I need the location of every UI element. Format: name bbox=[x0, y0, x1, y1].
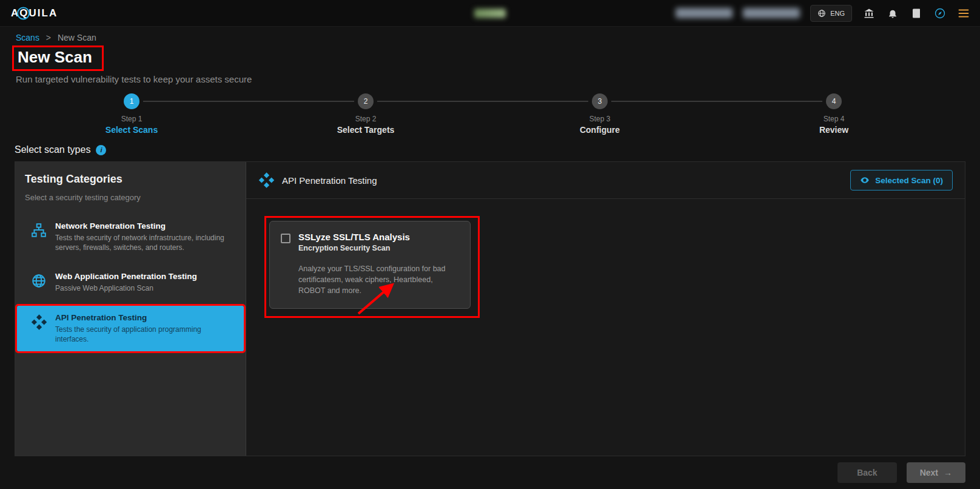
step-circle: 1 bbox=[124, 93, 139, 109]
arrow-right-icon: → bbox=[944, 468, 952, 477]
hamburger-menu-icon[interactable] bbox=[957, 7, 970, 20]
compass-icon[interactable] bbox=[933, 7, 947, 20]
step-label: Step 2 bbox=[249, 115, 483, 123]
title-annotation-box: New Scan bbox=[12, 46, 104, 71]
step-label: Step 1 bbox=[15, 115, 249, 123]
wizard-footer-actions: Back Next → bbox=[837, 462, 965, 483]
scan-panel-body: SSLyze SSL/TLS Analysis Encryption Secur… bbox=[246, 199, 965, 456]
docs-book-icon[interactable] bbox=[910, 7, 923, 20]
step-circle: 3 bbox=[592, 93, 608, 109]
redacted-center-badge bbox=[474, 8, 506, 18]
info-icon[interactable]: i bbox=[96, 145, 106, 155]
step-name: Configure bbox=[483, 125, 717, 135]
page-title: New Scan bbox=[18, 48, 92, 67]
top-navbar: AQUILA ENG bbox=[0, 0, 980, 27]
selected-scan-label: Selected Scan (0) bbox=[875, 176, 943, 185]
scan-panel-title: API Penetration Testing bbox=[282, 175, 377, 186]
wizard-stepper: 1 Step 1 Select Scans 2 Step 2 Select Ta… bbox=[15, 93, 951, 135]
stepper-step-2[interactable]: 2 Step 2 Select Targets bbox=[249, 93, 483, 135]
title-section: New Scan bbox=[12, 46, 980, 71]
eye-icon bbox=[860, 175, 870, 185]
api-icon bbox=[258, 172, 274, 188]
page-subtitle: Run targeted vulnerability tests to keep… bbox=[16, 74, 980, 84]
redacted-block-1 bbox=[676, 8, 733, 18]
scan-selection-panel: API Penetration Testing Selected Scan (0… bbox=[246, 162, 965, 456]
scan-checkbox[interactable] bbox=[281, 234, 290, 243]
step-label: Step 4 bbox=[717, 115, 951, 123]
breadcrumb-current: New Scan bbox=[58, 33, 96, 42]
step-name: Review bbox=[717, 125, 951, 135]
notifications-bell-icon[interactable] bbox=[886, 7, 899, 20]
next-button[interactable]: Next → bbox=[907, 462, 965, 483]
category-title: API Penetration Testing bbox=[55, 313, 230, 322]
scan-card-title: SSLyze SSL/TLS Analysis bbox=[298, 232, 457, 242]
breadcrumb: Scans > New Scan bbox=[0, 27, 980, 42]
main-content: Testing Categories Select a security tes… bbox=[15, 161, 965, 456]
categories-panel-subtitle: Select a security testing category bbox=[25, 193, 236, 202]
category-item-network-pentest[interactable]: Network Penetration Testing Tests the se… bbox=[25, 214, 236, 260]
selected-scan-button[interactable]: Selected Scan (0) bbox=[850, 170, 953, 191]
category-title: Network Penetration Testing bbox=[55, 221, 230, 231]
category-item-api-pentest[interactable]: API Penetration Testing Tests the securi… bbox=[17, 306, 244, 351]
language-selector-button[interactable]: ENG bbox=[810, 5, 852, 22]
stepper-step-1[interactable]: 1 Step 1 Select Scans bbox=[15, 93, 249, 135]
redacted-block-2 bbox=[743, 8, 800, 18]
section-label-row: Select scan types i bbox=[15, 144, 964, 155]
scan-panel-header: API Penetration Testing Selected Scan (0… bbox=[246, 162, 965, 199]
breadcrumb-separator: > bbox=[46, 33, 51, 42]
testing-categories-panel: Testing Categories Select a security tes… bbox=[15, 162, 246, 456]
logo-ring-icon bbox=[17, 7, 30, 19]
scan-card-sslyze[interactable]: SSLyze SSL/TLS Analysis Encryption Secur… bbox=[269, 221, 471, 309]
stepper-step-3[interactable]: 3 Step 3 Configure bbox=[483, 93, 717, 135]
language-label: ENG bbox=[830, 10, 845, 17]
navbar-right-group: ENG bbox=[676, 5, 970, 22]
api-icon bbox=[31, 314, 48, 330]
category-description: Tests the security of application progra… bbox=[55, 325, 230, 344]
scan-card-subtitle: Encryption Security Scan bbox=[298, 244, 457, 252]
globe-icon bbox=[31, 273, 48, 289]
category-title: Web Application Penetration Testing bbox=[55, 272, 197, 281]
category-item-web-app-pentest[interactable]: Web Application Penetration Testing Pass… bbox=[25, 265, 236, 300]
step-name: Select Targets bbox=[249, 125, 483, 135]
section-label: Select scan types bbox=[15, 144, 90, 155]
step-circle: 2 bbox=[358, 93, 374, 109]
category-description: Passive Web Application Scan bbox=[55, 283, 197, 293]
step-label: Step 3 bbox=[483, 115, 717, 123]
next-button-label: Next bbox=[920, 468, 938, 477]
step-circle: 4 bbox=[826, 93, 842, 109]
categories-panel-title: Testing Categories bbox=[25, 173, 236, 186]
scan-card-annotation-box: SSLyze SSL/TLS Analysis Encryption Secur… bbox=[264, 216, 480, 318]
globe-icon bbox=[817, 9, 826, 18]
scan-card-description: Analyze your TLS/SSL configuration for b… bbox=[298, 263, 457, 296]
network-icon bbox=[31, 223, 48, 238]
stepper-step-4[interactable]: 4 Step 4 Review bbox=[717, 93, 951, 135]
step-name: Select Scans bbox=[15, 125, 249, 135]
back-button[interactable]: Back bbox=[837, 462, 896, 483]
organization-icon[interactable] bbox=[862, 7, 876, 20]
breadcrumb-scans-link[interactable]: Scans bbox=[16, 33, 39, 42]
category-description: Tests the security of network infrastruc… bbox=[55, 233, 230, 252]
brand-logo[interactable]: AQUILA bbox=[10, 5, 61, 22]
